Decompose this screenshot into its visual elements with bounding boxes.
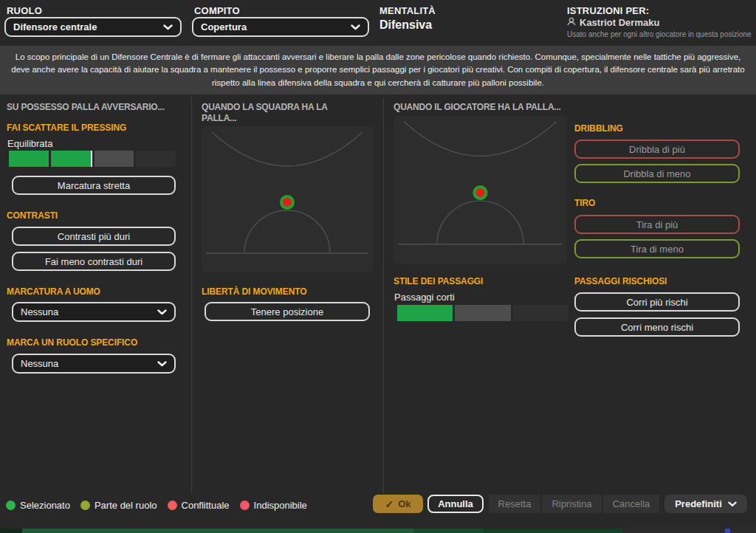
background-pitch-strip: [484, 529, 622, 533]
ok-button[interactable]: ✓ Ok: [373, 495, 423, 513]
man-marking-value: Nessuna: [21, 306, 58, 317]
harder-tackles-button[interactable]: Contrasti più duri: [12, 227, 176, 246]
mark-specific-role-title: MARCA UN RUOLO SPECIFICO: [7, 337, 137, 348]
selected-dot-icon: [6, 501, 16, 510]
freedom-of-movement-title: LIBERTÀ DI MOVIMENTO: [202, 286, 306, 297]
background-pitch-strip: [0, 529, 22, 533]
chevron-down-icon: [163, 24, 173, 30]
bar-segment[interactable]: [136, 151, 176, 167]
background-pitch-strip: [22, 529, 413, 533]
bar-segment[interactable]: [9, 151, 49, 167]
legend-item: Selezionato: [6, 500, 70, 511]
duty-dropdown[interactable]: Copertura: [192, 17, 369, 37]
pressing-value: Equilibrata: [7, 138, 52, 149]
bar-segment[interactable]: [51, 151, 92, 167]
role-label: RUOLO: [7, 5, 42, 16]
background-pitch-strip: [725, 529, 730, 533]
role-description-text: Lo scopo principale di un Difensore Cent…: [9, 51, 747, 89]
legend-item: Conflittuale: [168, 500, 230, 511]
duty-value: Copertura: [201, 21, 247, 32]
player-position-dot-icon: [281, 196, 293, 208]
clear-button[interactable]: Cancella: [603, 495, 659, 513]
legend-item: Indisponibile: [240, 500, 307, 511]
dribbling-title: DRIBBLING: [574, 123, 623, 134]
dribble-less-button[interactable]: Dribbla di meno: [574, 164, 740, 183]
hold-position-button[interactable]: Tenere posizione: [205, 302, 370, 321]
mentality-label: MENTALITÀ: [379, 5, 436, 16]
duty-label: COMPITO: [194, 5, 240, 16]
person-icon: [567, 17, 576, 28]
legend-item: Parte del ruolo: [80, 500, 157, 511]
mentality-value: Difensiva: [379, 18, 432, 32]
part-of-role-dot-icon: [80, 501, 90, 510]
section-player-in-possession-title: QUANDO IL GIOCATORE HA LA PALLA...: [394, 102, 561, 112]
player-position-dot-icon: [474, 187, 486, 199]
section-out-of-possession-title: SU POSSESSO PALLA AVVERSARIO...: [7, 102, 165, 112]
pitch-graphic-player: [394, 116, 567, 264]
chevron-down-icon: [351, 24, 360, 30]
background-pitch-strip: [413, 529, 484, 533]
passing-style-title: STILE DEI PASSAGGI: [394, 276, 483, 286]
instructions-note: Usato anche per ogni altro giocatore in …: [567, 30, 752, 38]
column-divider: [383, 97, 384, 493]
take-more-risks-button[interactable]: Corri più rischi: [574, 292, 740, 312]
role-dropdown[interactable]: Difensore centrale: [4, 17, 182, 37]
background-pitch-strip: [622, 529, 756, 533]
bar-segment[interactable]: [513, 305, 568, 321]
role-description-panel: Lo scopo principale di un Difensore Cent…: [0, 46, 756, 94]
restore-button[interactable]: Ripristina: [542, 495, 602, 513]
instructions-player: Kastriot Dermaku: [567, 17, 659, 28]
check-icon: ✓: [385, 498, 394, 510]
passing-level-bar: [397, 305, 568, 321]
cancel-button[interactable]: Annulla: [427, 495, 484, 513]
man-marking-dropdown[interactable]: Nessuna: [12, 302, 176, 322]
section-team-in-possession-title: QUANDO LA SQUADRA HA LA PALLA...: [202, 102, 364, 124]
reset-button[interactable]: Resetta: [489, 495, 540, 513]
shoot-less-button[interactable]: Tira di meno: [574, 239, 740, 258]
take-fewer-risks-button[interactable]: Corri meno rischi: [574, 317, 740, 337]
mark-specific-role-value: Nessuna: [21, 358, 58, 369]
presets-button[interactable]: Predefiniti: [664, 495, 747, 513]
pressing-level-bar: [9, 151, 176, 167]
ease-off-tackles-button[interactable]: Fai meno contrasti duri: [12, 252, 176, 271]
bar-segment[interactable]: [455, 305, 510, 321]
passing-style-value: Passaggi corti: [394, 292, 455, 303]
column-divider: [191, 97, 192, 493]
dribble-more-button[interactable]: Dribbla di più: [574, 140, 740, 159]
shoot-more-button[interactable]: Tira di più: [574, 215, 740, 234]
tackling-title: CONTRASTI: [7, 210, 58, 221]
bar-segment[interactable]: [397, 305, 453, 321]
tight-marking-button[interactable]: Marcatura stretta: [12, 176, 176, 195]
instructions-for-label: ISTRUZIONI PER:: [567, 5, 649, 16]
man-marking-title: MARCATURA A UOMO: [7, 286, 100, 297]
chevron-down-icon: [157, 361, 167, 367]
status-legend: Selezionato Parte del ruolo Conflittuale…: [6, 500, 312, 511]
role-value: Difensore centrale: [13, 21, 97, 32]
unavailable-dot-icon: [240, 501, 250, 510]
chevron-down-icon: [157, 309, 167, 315]
player-instructions-dialog: RUOLO Difensore centrale COMPITO Copertu…: [0, 0, 756, 533]
chevron-down-icon: [728, 501, 737, 507]
shooting-title: TIRO: [574, 198, 595, 208]
pressing-title: FAI SCATTARE IL PRESSING: [7, 123, 126, 133]
mark-specific-role-dropdown[interactable]: Nessuna: [12, 354, 176, 374]
bar-segment[interactable]: [94, 151, 134, 167]
conflicting-dot-icon: [168, 501, 177, 510]
pitch-graphic-team: [202, 126, 373, 272]
risky-passes-title: PASSAGGI RISCHIOSI: [574, 276, 667, 286]
player-name: Kastriot Dermaku: [580, 17, 659, 28]
